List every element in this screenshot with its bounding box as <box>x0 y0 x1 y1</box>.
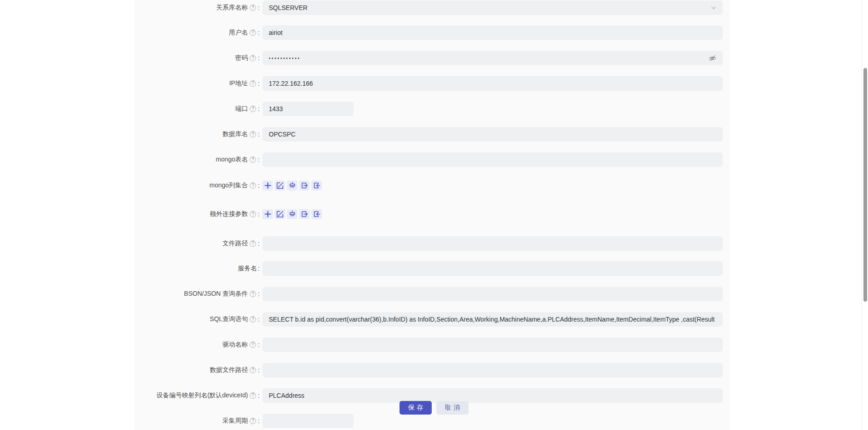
form-row-collect-period: 采集周期?: <box>135 414 730 428</box>
ip-address-value: 172.22.162.166 <box>269 80 716 87</box>
collect-period-input[interactable] <box>262 414 354 428</box>
form-row-file-path: 文件路径?: <box>135 236 730 251</box>
form-row-driver-name: 驱动名称?: <box>135 337 730 352</box>
field-label: BSON/JSON 查询条件?: <box>136 287 260 301</box>
export-button[interactable] <box>299 209 310 219</box>
import-button[interactable] <box>311 181 322 191</box>
username-value: airiot <box>269 29 716 36</box>
sql-query-value: SELECT b.id as pid,convert(varchar(36),b… <box>269 316 716 323</box>
question-circle-icon[interactable]: ? <box>250 5 256 11</box>
clear-broom-button[interactable] <box>287 209 297 219</box>
form-row-relational-db-name: 关系库名称?: SQLSERVER <box>135 0 730 15</box>
page-scrollbar-track[interactable] <box>862 0 868 430</box>
plus-icon <box>263 181 272 190</box>
field-label: mongo表名?: <box>136 152 260 167</box>
question-circle-icon[interactable]: ? <box>250 156 256 163</box>
form-row-service-name: 服务名?: <box>135 261 730 276</box>
device-id-mapping-column-value: PLCAddress <box>269 392 716 399</box>
field-label: 服务名?: <box>136 261 260 276</box>
relational-db-name-value: SQLSERVER <box>269 4 707 11</box>
import-icon <box>312 181 321 190</box>
form-row-mongo-collections: mongo列集合?: <box>135 178 730 193</box>
question-circle-icon[interactable]: ? <box>250 131 256 137</box>
sql-query-input[interactable]: SELECT b.id as pid,convert(varchar(36),b… <box>262 312 723 327</box>
username-input[interactable]: airiot <box>262 25 723 40</box>
question-circle-icon[interactable]: ? <box>250 367 256 373</box>
mongo-table-name-input[interactable] <box>262 152 723 167</box>
form-row-data-file-path: 数据文件路径?: <box>135 363 730 377</box>
export-button[interactable] <box>299 181 310 191</box>
page-scrollbar-thumb[interactable] <box>863 68 867 302</box>
form-footer: 保存 取消 <box>0 401 868 415</box>
bson-json-query-input[interactable] <box>262 287 723 301</box>
clear-broom-icon <box>288 210 297 219</box>
password-value: ••••••••••• <box>269 55 705 61</box>
import-button[interactable] <box>311 209 322 219</box>
form-row-database-name: 数据库名?: OPCSPC <box>135 127 730 142</box>
save-button[interactable]: 保存 <box>399 401 432 415</box>
form-row-ip-address: IP地址?: 172.22.162.166 <box>135 76 730 91</box>
field-label: 采集周期?: <box>136 414 260 428</box>
question-circle-icon[interactable]: ? <box>250 106 256 112</box>
question-circle-icon[interactable]: ? <box>250 316 256 322</box>
relational-db-name-select[interactable]: SQLSERVER <box>262 0 723 15</box>
plus-button[interactable] <box>262 181 273 191</box>
field-label: 关系库名称?: <box>136 0 260 15</box>
export-icon <box>300 181 309 190</box>
question-circle-icon[interactable]: ? <box>250 29 256 36</box>
question-circle-icon[interactable]: ? <box>250 211 256 217</box>
mongo-collections-actions <box>262 181 322 191</box>
driver-name-input[interactable] <box>262 337 723 352</box>
service-name-input[interactable] <box>262 261 723 276</box>
ip-address-input[interactable]: 172.22.162.166 <box>262 76 723 91</box>
cancel-button[interactable]: 取消 <box>436 401 469 415</box>
form-row-mongo-table-name: mongo表名?: <box>135 152 730 167</box>
field-label: 数据库名?: <box>136 127 260 142</box>
form-row-username: 用户名?: airiot <box>135 25 730 40</box>
file-path-input[interactable] <box>262 236 723 251</box>
chevron-down-icon <box>711 5 716 10</box>
question-circle-icon[interactable]: ? <box>250 392 256 399</box>
data-file-path-input[interactable] <box>262 363 723 377</box>
form-row-password: 密码?: ••••••••••• <box>135 51 730 65</box>
question-circle-icon[interactable]: ? <box>250 182 256 189</box>
port-input[interactable]: 1433 <box>262 102 354 116</box>
field-label: SQL查询语句?: <box>136 312 260 327</box>
password-input[interactable]: ••••••••••• <box>262 51 723 65</box>
question-circle-icon[interactable]: ? <box>250 418 256 424</box>
question-circle-icon[interactable]: ? <box>250 80 256 87</box>
port-value: 1433 <box>269 105 347 112</box>
edit-icon <box>276 181 285 190</box>
field-label: IP地址?: <box>136 76 260 91</box>
field-label: 用户名?: <box>136 25 260 40</box>
plus-button[interactable] <box>262 209 273 219</box>
database-name-input[interactable]: OPCSPC <box>262 127 723 142</box>
field-label: 数据文件路径?: <box>136 363 260 377</box>
form-row-bson-json-query: BSON/JSON 查询条件?: <box>135 287 730 301</box>
field-label: 密码?: <box>136 51 260 65</box>
eye-invisible-icon[interactable] <box>709 54 716 62</box>
form-row-port: 端口?: 1433 <box>135 102 730 116</box>
form-row-sql-query: SQL查询语句?: SELECT b.id as pid,convert(var… <box>135 312 730 327</box>
field-label: 端口?: <box>136 102 260 116</box>
plus-icon <box>263 210 272 219</box>
clear-broom-icon <box>288 181 297 190</box>
extra-conn-params-actions <box>262 209 322 219</box>
question-circle-icon[interactable]: ? <box>250 55 256 61</box>
edit-button[interactable] <box>275 209 285 219</box>
export-icon <box>300 210 309 219</box>
question-circle-icon[interactable]: ? <box>250 342 256 348</box>
field-label: 驱动名称?: <box>136 337 260 352</box>
form-row-extra-conn-params: 额外连接参数?: <box>135 207 730 221</box>
edit-button[interactable] <box>275 181 285 191</box>
driver-config-page: 关系库名称?: SQLSERVER 用户名?: airiot 密码?: ••••… <box>0 0 868 430</box>
field-label: 额外连接参数?: <box>136 207 260 221</box>
database-name-value: OPCSPC <box>269 131 716 138</box>
field-label: mongo列集合?: <box>136 178 260 193</box>
import-icon <box>312 210 321 219</box>
edit-icon <box>276 210 285 219</box>
field-label: 文件路径?: <box>136 236 260 251</box>
question-circle-icon[interactable]: ? <box>250 240 256 247</box>
clear-broom-button[interactable] <box>287 181 297 191</box>
question-circle-icon[interactable]: ? <box>250 291 256 297</box>
